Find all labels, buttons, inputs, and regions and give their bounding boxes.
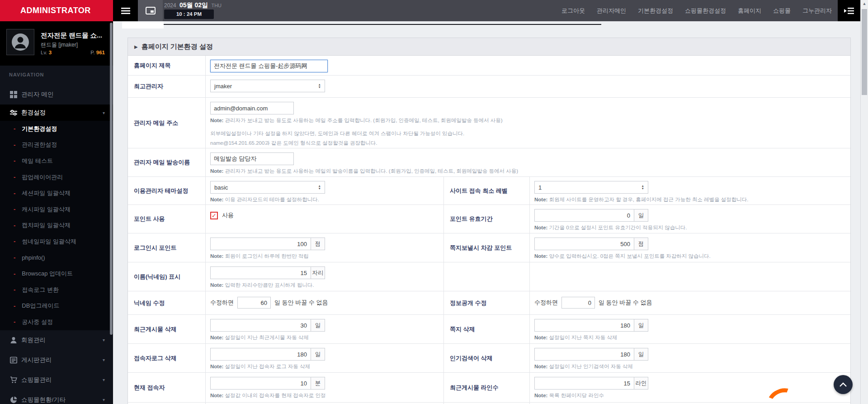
pie-icon: [10, 396, 17, 404]
sidebar-subitem[interactable]: -세션파일 일괄삭제: [0, 185, 113, 201]
setting-note: Note: 관리자가 보내고 받는 용도로 사용하는 메일 주소를 입력합니다.…: [210, 117, 850, 124]
inline-number-input[interactable]: [237, 297, 271, 309]
checkbox-wrap: ✓사용: [210, 211, 234, 219]
sidebar-subitem[interactable]: -썸네일파일 일괄삭제: [0, 233, 113, 250]
note-text: 관리자가 보내고 받는 용도로 사용하는 메일의 발송이름을 입력합니다. (회…: [225, 168, 518, 174]
setting-number-input[interactable]: [534, 348, 634, 361]
settings-form: 홈페이지 제목최고관리자jmaker▲▼관리자 메일 주소Note: 관리자가 …: [128, 56, 850, 404]
select-value: basic: [214, 184, 228, 191]
top-nav-link[interactable]: 기본환경설정: [638, 7, 673, 15]
setting-field: jmaker▲▼: [205, 76, 850, 97]
sidebar-subitem[interactable]: -팝업레이어관리: [0, 169, 113, 185]
note-prefix: Note:: [210, 364, 223, 369]
note-text: 회원제 사이트를 운영하고자 할 경우, 홈페이지에 접근 가능한 최소 레벨을…: [549, 197, 749, 202]
sidebar-item[interactable]: 회원관리▾: [0, 330, 113, 350]
top-nav-link[interactable]: 그누관리자: [802, 7, 832, 15]
sidebar-subitem-label: 공사중 설정: [22, 318, 53, 326]
content-tab[interactable]: [122, 22, 164, 29]
collapse-sidebar-icon[interactable]: [838, 0, 860, 21]
nav-section-label: NAVIGATION: [9, 72, 44, 77]
sidebar-subitem-label: 썸네일파일 일괄삭제: [22, 238, 76, 246]
inline-number-input[interactable]: [561, 297, 595, 309]
top-nav-link[interactable]: 쇼핑몰: [773, 7, 791, 15]
setting-note: Note: 회원이 로그인시 하루에 한번만 적립: [210, 253, 443, 260]
select-arrows-icon: ▲▼: [642, 185, 644, 190]
sidebar-subitem[interactable]: -캡챠파일 일괄삭제: [0, 218, 113, 234]
sidebar-subitem[interactable]: -관리권한설정: [0, 137, 113, 153]
setting-note: Note: 설정일이 지난 최근게시물 자동 삭제: [210, 334, 443, 341]
monitor-icon[interactable]: [138, 0, 163, 21]
note-text: 외부메일설정이나 기타 설정을 하지 않았다면, 도메인과 다른 헤더로 여겨 …: [210, 131, 464, 136]
sidebar-item[interactable]: 게시판관리▾: [0, 350, 113, 370]
top-nav-link[interactable]: 관리자메인: [597, 7, 626, 15]
chevron-down-icon: ▾: [103, 357, 105, 362]
scroll-to-top-button[interactable]: [834, 375, 853, 394]
setting-label: 닉네임 수정: [128, 291, 205, 314]
note-prefix: Note:: [534, 197, 547, 202]
sidebar-subitem[interactable]: -캐시파일 일괄삭제: [0, 201, 113, 218]
sidebar-item[interactable]: 관리자 메인: [0, 85, 113, 105]
setting-select[interactable]: jmaker▲▼: [210, 80, 325, 92]
setting-number-input[interactable]: [534, 377, 634, 390]
top-nav-link[interactable]: 홈페이지: [738, 7, 761, 15]
setting-number-input[interactable]: [210, 238, 311, 250]
top-nav: 로그아웃관리자메인기본환경설정쇼핑몰환경설정홈페이지쇼핑몰그누관리자: [561, 0, 832, 21]
setting-field: 일Note: 기간을 0으로 설정시 포인트 유효기간이 적용되지 않습니다.: [529, 205, 850, 233]
note-text: 관리자가 보내고 받는 용도로 사용하는 메일 주소를 입력합니다. (회원가입…: [225, 118, 503, 123]
setting-select[interactable]: basic▲▼: [210, 181, 325, 194]
setting-number-input[interactable]: [210, 348, 311, 361]
note-prefix: Note:: [210, 335, 223, 340]
sidebar-subitem[interactable]: -DB업그레이드: [0, 298, 113, 314]
sidebar-item[interactable]: 쇼핑몰현황/기타▾: [0, 390, 113, 404]
brand-logo: ADMINISTRATOR: [0, 0, 113, 21]
setting-number-group: 일: [210, 348, 325, 361]
top-header: ADMINISTRATOR 2024 05월 02일 THU 10 : 24 P…: [0, 0, 868, 21]
setting-label: 최고관리자: [128, 76, 205, 97]
scrollbar-up-arrow[interactable]: ▲: [861, 1, 868, 6]
page-scrollbar: ▲: [860, 0, 868, 404]
chevron-down-icon: ▾: [103, 377, 105, 382]
sidebar-subitem[interactable]: -Browscap 업데이트: [0, 266, 113, 282]
sidebar-scrollbar[interactable]: [110, 23, 113, 335]
title-marker-icon: ▶: [134, 44, 138, 49]
setting-field: ✓사용: [205, 205, 443, 233]
avatar: [6, 29, 34, 55]
setting-select[interactable]: 1▲▼: [534, 181, 648, 194]
sidebar-item[interactable]: 쇼핑몰관리▾: [0, 370, 113, 390]
note-prefix: Note:: [210, 282, 223, 288]
sidebar-subitem-label: DB업그레이드: [22, 302, 59, 310]
top-nav-link[interactable]: 쇼핑몰환경설정: [685, 7, 726, 15]
setting-number-input[interactable]: [210, 266, 311, 279]
setting-field: 일Note: 설정일이 지난 쪽지 자동 삭제: [529, 315, 850, 343]
sliders-icon: [10, 109, 17, 116]
sidebar-subitem-label: 접속로그 변환: [22, 286, 59, 294]
sidebar-item[interactable]: 환경설정▾: [0, 105, 113, 121]
setting-number-input[interactable]: [210, 377, 311, 390]
note-text: 양수로 입력하십시오. 0점은 쪽지 보낼시 포인트를 차감하지 않습니다.: [549, 253, 711, 259]
setting-number-group: 라인: [534, 377, 648, 390]
homepage-title-input[interactable]: [210, 60, 328, 72]
note-text: 설정일이 지난 쪽지 자동 삭제: [549, 335, 618, 340]
top-nav-link[interactable]: 로그아웃: [561, 7, 585, 15]
setting-label: 쪽지 삭제: [443, 315, 529, 343]
setting-number-input[interactable]: [210, 319, 311, 332]
setting-number-group: 일: [534, 348, 648, 361]
sidebar-subitem-label: phpinfo(): [22, 254, 45, 261]
select-arrows-icon: ▲▼: [318, 185, 321, 190]
sidebar-subitem[interactable]: -접속로그 변환: [0, 282, 113, 298]
setting-text-input[interactable]: [210, 102, 294, 114]
sidebar-subitem[interactable]: -공사중 설정: [0, 314, 113, 330]
setting-number-input[interactable]: [534, 238, 634, 250]
setting-number-group: 자리: [210, 266, 325, 279]
setting-text-input[interactable]: [210, 152, 294, 165]
scrollbar-thumb[interactable]: [862, 9, 867, 95]
setting-number-input[interactable]: [534, 209, 634, 222]
sidebar-subitem[interactable]: -기본환경설정: [0, 121, 113, 137]
hamburger-icon[interactable]: [113, 0, 138, 21]
table-row: 관리자 메일 주소Note: 관리자가 보내고 받는 용도로 사용하는 메일 주…: [128, 98, 850, 148]
sidebar-subitem[interactable]: -phpinfo(): [0, 250, 113, 266]
setting-label: 접속자로그 삭제: [128, 344, 205, 372]
sidebar-subitem[interactable]: -메일 테스트: [0, 153, 113, 169]
checkbox[interactable]: ✓: [210, 212, 218, 219]
setting-number-input[interactable]: [534, 319, 634, 332]
